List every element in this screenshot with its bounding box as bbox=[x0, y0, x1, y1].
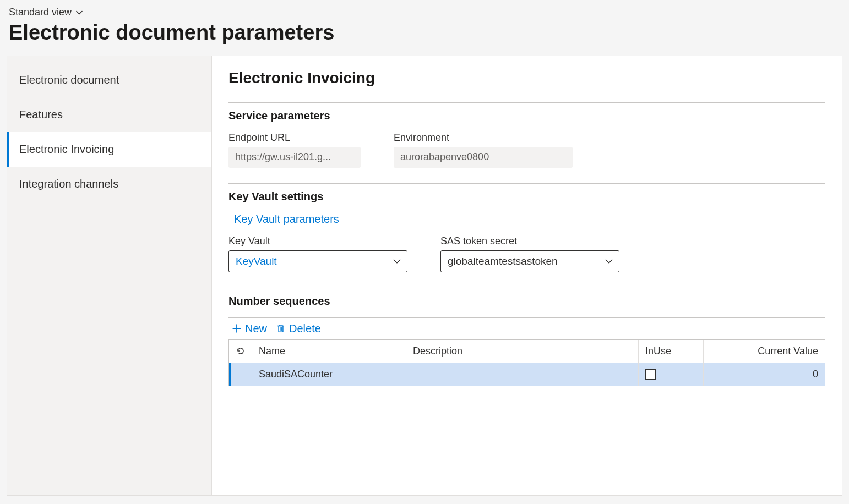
sas-token-label: SAS token secret bbox=[440, 235, 619, 247]
description-column-header[interactable]: Description bbox=[406, 340, 639, 363]
section-title: Number sequences bbox=[228, 295, 825, 308]
key-vault-label: Key Vault bbox=[228, 235, 407, 247]
name-column-header[interactable]: Name bbox=[252, 340, 406, 363]
endpoint-url-value: https://gw.us-il201.g... bbox=[228, 147, 361, 168]
key-vault-dropdown[interactable]: KeyVault bbox=[228, 250, 407, 272]
number-sequences-grid: Name Description InUse Current Value Sau… bbox=[228, 339, 825, 386]
sas-token-value: globalteamtestsastoken bbox=[440, 250, 619, 272]
new-button[interactable]: New bbox=[232, 322, 267, 335]
sidebar-item-electronic-invoicing[interactable]: Electronic Invoicing bbox=[7, 132, 211, 167]
grid-header: Name Description InUse Current Value bbox=[229, 340, 825, 363]
plus-icon bbox=[232, 324, 242, 333]
description-cell[interactable] bbox=[406, 363, 639, 386]
section-title: Service parameters bbox=[228, 109, 825, 122]
refresh-icon bbox=[236, 346, 246, 356]
new-label: New bbox=[245, 322, 267, 335]
key-vault-parameters-link[interactable]: Key Vault parameters bbox=[228, 213, 339, 226]
endpoint-url-label: Endpoint URL bbox=[228, 132, 361, 144]
section-number-sequences: Number sequences New Delete bbox=[228, 288, 825, 386]
section-title: Key Vault settings bbox=[228, 190, 825, 203]
environment-label: Environment bbox=[394, 132, 573, 144]
sidebar-item-label: Features bbox=[19, 108, 63, 120]
trash-icon bbox=[276, 324, 286, 333]
sidebar: Electronic document Features Electronic … bbox=[7, 56, 212, 495]
page-title: Electronic document parameters bbox=[9, 20, 840, 46]
section-service-parameters: Service parameters Endpoint URL https://… bbox=[228, 102, 825, 183]
checkbox-icon[interactable] bbox=[645, 369, 656, 380]
delete-button[interactable]: Delete bbox=[276, 322, 321, 335]
table-row[interactable]: SaudiSACounter 0 bbox=[229, 363, 825, 386]
current-value-column-header[interactable]: Current Value bbox=[704, 340, 825, 363]
sidebar-item-integration-channels[interactable]: Integration channels bbox=[7, 167, 211, 201]
sidebar-item-label: Electronic document bbox=[19, 74, 119, 86]
environment-value: aurorabapenve0800 bbox=[394, 147, 573, 168]
sidebar-item-label: Integration channels bbox=[19, 178, 118, 190]
inuse-cell[interactable] bbox=[639, 363, 704, 386]
content-title: Electronic Invoicing bbox=[228, 69, 825, 87]
inuse-column-header[interactable]: InUse bbox=[639, 340, 704, 363]
row-selector-cell[interactable] bbox=[231, 363, 252, 386]
section-key-vault: Key Vault settings Key Vault parameters … bbox=[228, 183, 825, 288]
delete-label: Delete bbox=[289, 322, 321, 335]
view-label: Standard view bbox=[9, 7, 72, 18]
current-value-cell[interactable]: 0 bbox=[704, 363, 825, 386]
sidebar-item-label: Electronic Invoicing bbox=[19, 143, 114, 155]
grid-toolbar: New Delete bbox=[228, 317, 825, 339]
sidebar-item-features[interactable]: Features bbox=[7, 97, 211, 132]
key-vault-value: KeyVault bbox=[228, 250, 407, 272]
view-selector[interactable]: Standard view bbox=[9, 7, 84, 18]
sidebar-item-electronic-document[interactable]: Electronic document bbox=[7, 63, 211, 97]
chevron-down-icon bbox=[75, 8, 84, 17]
content-panel: Electronic Invoicing Service parameters … bbox=[212, 56, 842, 495]
refresh-column-header[interactable] bbox=[229, 340, 252, 363]
sas-token-dropdown[interactable]: globalteamtestsastoken bbox=[440, 250, 619, 272]
name-cell[interactable]: SaudiSACounter bbox=[252, 363, 406, 386]
